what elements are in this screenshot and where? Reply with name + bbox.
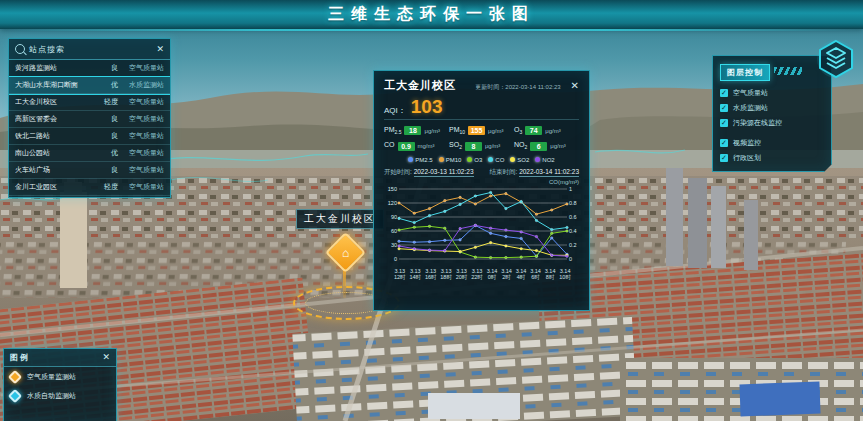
station-panel-title: 站点搜索: [29, 44, 152, 55]
layer-toggle-item[interactable]: ✓ 空气质量站: [720, 88, 824, 98]
svg-text:60: 60: [391, 228, 397, 234]
pollutant-name: O3: [514, 126, 522, 135]
chart-legend-item[interactable]: SO2: [510, 157, 529, 163]
aqi-label: AQI：: [384, 105, 406, 116]
station-list-item[interactable]: 高新区管委会 良 空气质量站: [9, 111, 170, 128]
station-name: 火车站广场: [15, 165, 96, 175]
pollutant-unit: μg/m³: [424, 128, 439, 134]
x-axis-tick: 3.1312时: [394, 268, 406, 281]
svg-text:90: 90: [391, 214, 397, 220]
checkbox-checked-icon[interactable]: ✓: [720, 119, 728, 127]
chart-legend-item[interactable]: NO2: [535, 157, 554, 163]
pollutant-item: SO2 8 μg/m³: [449, 141, 514, 150]
layer-toggle-item[interactable]: ✓ 视频监控: [720, 138, 824, 148]
station-list-item[interactable]: 南山公园站 优 空气质量站: [9, 145, 170, 162]
pollutant-item: PM10 155 μg/m³: [449, 126, 514, 135]
chart-legend-item[interactable]: PM2.5: [408, 157, 432, 163]
pollutant-unit: μg/m³: [545, 128, 560, 134]
close-icon[interactable]: ✕: [102, 353, 110, 362]
app-header: 三维生态环保一张图: [0, 0, 863, 29]
x-axis-tick: 3.1316时: [425, 268, 437, 281]
legend-label: CO: [495, 157, 504, 163]
station-name: 大湖山水库湖口断面: [15, 80, 96, 90]
svg-text:30: 30: [391, 242, 397, 248]
checkbox-checked-icon[interactable]: ✓: [720, 104, 728, 112]
station-level: 优: [100, 80, 118, 90]
chart-legend-item[interactable]: CO: [488, 157, 504, 163]
legend-dot-icon: [488, 157, 493, 162]
station-name: 南山公园站: [15, 148, 96, 158]
detail-header: 工大金川校区 更新时间：2022-03-14 11:02:23 ✕: [384, 78, 579, 93]
legend-label: NO2: [542, 157, 554, 163]
pollutant-value-badge: 74: [525, 126, 542, 135]
station-list-item[interactable]: 黄河路监测站 良 空气质量站: [9, 60, 170, 77]
station-list-item[interactable]: 火车站广场 良 空气质量站: [9, 162, 170, 179]
map-legend-title: 图例: [10, 352, 102, 363]
legend-dot-icon: [439, 157, 444, 162]
legend-dot-icon: [467, 157, 472, 162]
end-time-value[interactable]: 2022-03-14 11:02:23: [519, 168, 579, 177]
x-axis-tick: 3.1322时: [471, 268, 483, 281]
station-name: 工大金川校区: [15, 97, 96, 107]
layer-label: 视频监控: [733, 138, 761, 148]
chart-legend-item[interactable]: O3: [467, 157, 482, 163]
layer-toggle-item[interactable]: ✓ 水质监测站: [720, 103, 824, 113]
x-axis-tick: 3.1318时: [440, 268, 452, 281]
station-type: 空气质量站: [122, 165, 164, 175]
layer-toggle-item[interactable]: ✓ 行政区划: [720, 153, 824, 163]
svg-text:0: 0: [569, 256, 572, 262]
layers-hex-button[interactable]: [815, 38, 857, 80]
app-root: 三维生态环保一张图 工大金川校区 ⌂ 站点搜索 ✕ 黄河路监测站 良 空气质量站…: [0, 0, 863, 421]
station-name: 金川工业园区: [15, 182, 96, 192]
layer-label: 空气质量站: [733, 88, 768, 98]
station-level: 良: [100, 63, 118, 73]
time-range-row: 开始时间: 2022-03-13 11:02:23 结束时间: 2022-03-…: [384, 168, 579, 177]
map-marker-label[interactable]: 工大金川校区: [296, 209, 384, 229]
pollutant-value-badge: 8: [465, 142, 482, 151]
aqi-value: 103: [411, 97, 443, 116]
station-type: 空气质量站: [122, 131, 164, 141]
station-type: 空气质量站: [122, 182, 164, 192]
station-level: 轻度: [100, 182, 118, 192]
map-legend-panel: 图例 ✕ 空气质量监测站 水质自动监测站: [3, 348, 117, 421]
svg-text:0.4: 0.4: [569, 228, 577, 234]
station-search-panel: 站点搜索 ✕ 黄河路监测站 良 空气质量站 大湖山水库湖口断面 优 水质监测站 …: [8, 38, 171, 198]
station-list-item[interactable]: 大湖山水库湖口断面 优 水质监测站: [9, 77, 170, 94]
checkbox-checked-icon[interactable]: ✓: [720, 139, 728, 147]
checkbox-checked-icon[interactable]: ✓: [720, 154, 728, 162]
map-legend-list: 空气质量监测站 水质自动监测站: [4, 367, 116, 406]
station-list-item[interactable]: 铁北二路站 良 空气质量站: [9, 128, 170, 145]
legend-dot-icon: [510, 157, 515, 162]
station-type: 空气质量站: [122, 148, 164, 158]
station-diamond-icon: [8, 389, 22, 403]
station-list-item[interactable]: 工大金川校区 轻度 空气质量站: [9, 94, 170, 111]
svg-text:0: 0: [394, 256, 397, 262]
station-type: 水质监测站: [122, 80, 164, 90]
x-axis-tick: 3.146时: [530, 268, 541, 281]
pollutant-item: PM2.5 18 μg/m³: [384, 126, 449, 135]
layer-label: 行政区划: [733, 153, 761, 163]
map-legend-item: 水质自动监测站: [10, 391, 110, 401]
stripes-decoration: [774, 67, 802, 75]
pollutant-unit: μg/m³: [550, 143, 565, 149]
close-icon[interactable]: ✕: [571, 80, 579, 91]
svg-text:0.2: 0.2: [569, 242, 577, 248]
svg-text:120: 120: [388, 200, 397, 206]
chart-legend-item[interactable]: PM10: [439, 157, 462, 163]
station-type: 空气质量站: [122, 97, 164, 107]
station-detail-popup: 工大金川校区 更新时间：2022-03-14 11:02:23 ✕ AQI： 1…: [373, 70, 590, 311]
station-list-item[interactable]: 金川工业园区 轻度 空气质量站: [9, 179, 170, 196]
checkbox-checked-icon[interactable]: ✓: [720, 89, 728, 97]
close-icon[interactable]: ✕: [156, 45, 164, 54]
pollutant-name: SO2: [449, 141, 462, 150]
map-legend-label: 空气质量监测站: [27, 372, 76, 382]
x-axis-tick: 3.142时: [501, 268, 512, 281]
legend-label: PM2.5: [415, 157, 432, 163]
layer-toggle-item[interactable]: ✓ 污染源在线监控: [720, 118, 824, 128]
pollutant-item: O3 74 μg/m³: [514, 126, 579, 135]
pollutant-value-badge: 0.9: [398, 142, 415, 151]
station-level: 良: [100, 131, 118, 141]
pollutant-item: CO 0.9 mg/m³: [384, 141, 449, 150]
start-time-value[interactable]: 2022-03-13 11:02:23: [414, 168, 474, 177]
station-level: 良: [100, 114, 118, 124]
